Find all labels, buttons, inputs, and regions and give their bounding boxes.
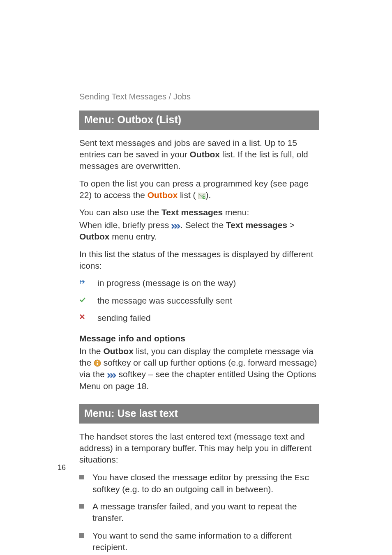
chevrons-icon bbox=[171, 223, 180, 229]
list-item-label: A message transfer failed, and you want … bbox=[92, 501, 319, 524]
text-bold: Text messages bbox=[226, 220, 287, 230]
list-item: the message was successfully sent bbox=[79, 295, 319, 306]
page-header: Sending Text Messages / Jobs bbox=[79, 91, 319, 102]
svg-point-3 bbox=[97, 361, 98, 362]
text: softkey (e.g. to do an outgoing call in … bbox=[92, 484, 273, 494]
text: In the bbox=[79, 346, 103, 356]
status-icon-list: in progress (message is on the way) the … bbox=[79, 277, 319, 324]
chevrons-icon bbox=[107, 373, 116, 378]
svg-rect-4 bbox=[97, 363, 98, 365]
text-orange: Outbox bbox=[148, 190, 178, 200]
paragraph: The handset stores the last entered text… bbox=[79, 431, 319, 466]
in-progress-icon bbox=[79, 277, 97, 285]
text: You can also use the bbox=[79, 207, 161, 217]
text: menu: bbox=[223, 207, 249, 217]
subheading: Message info and options bbox=[79, 333, 319, 344]
paragraph: To open the list you can press a program… bbox=[79, 178, 319, 201]
text: > bbox=[287, 220, 295, 230]
paragraph: Sent text messages and jobs are saved in… bbox=[79, 137, 319, 172]
text-bold: Outbox bbox=[103, 346, 134, 356]
text: ). bbox=[205, 190, 211, 200]
text-bold: Outbox bbox=[190, 150, 220, 159]
list-item-label: the message was successfully sent bbox=[97, 295, 319, 306]
bullet-list: You have closed the message editor by pr… bbox=[79, 472, 319, 553]
list-item: A message transfer failed, and you want … bbox=[79, 501, 319, 524]
info-icon bbox=[94, 359, 101, 367]
list-item: You want to send the same information to… bbox=[79, 530, 319, 553]
text: When idle, briefly press bbox=[79, 220, 171, 230]
text: menu entry. bbox=[110, 232, 157, 241]
paragraph: In this list the status of the messages … bbox=[79, 249, 319, 272]
bullet-icon bbox=[79, 501, 92, 509]
text-bold: Outbox bbox=[79, 232, 110, 241]
list-item-label: You want to send the same information to… bbox=[92, 530, 319, 553]
outbox-list-icon bbox=[198, 193, 205, 199]
list-item-label: in progress (message is on the way) bbox=[97, 277, 319, 289]
paragraph: In the Outbox list, you can display the … bbox=[79, 345, 319, 392]
paragraph: You can also use the Text messages menu: bbox=[79, 207, 319, 218]
text: list ( bbox=[178, 190, 198, 200]
success-icon bbox=[79, 295, 97, 302]
bullet-icon bbox=[79, 530, 92, 538]
section-title-use-last-text: Menu: Use last text bbox=[79, 404, 319, 424]
list-item-label: You have closed the message editor by pr… bbox=[92, 472, 319, 495]
list-item: You have closed the message editor by pr… bbox=[79, 472, 319, 495]
text-bold: Text messages bbox=[161, 207, 223, 217]
list-item: in progress (message is on the way) bbox=[79, 277, 319, 289]
text: You have closed the message editor by pr… bbox=[92, 472, 295, 482]
page-number: 16 bbox=[58, 463, 66, 472]
list-item: sending failed bbox=[79, 312, 319, 324]
softkey-text: Esc bbox=[295, 473, 309, 483]
paragraph: When idle, briefly press . Select the Te… bbox=[79, 219, 319, 243]
fail-icon bbox=[79, 312, 97, 320]
text: . Select the bbox=[180, 220, 226, 230]
section-title-outbox: Menu: Outbox (List) bbox=[79, 111, 319, 130]
bullet-icon bbox=[79, 472, 92, 479]
list-item-label: sending failed bbox=[97, 312, 319, 324]
